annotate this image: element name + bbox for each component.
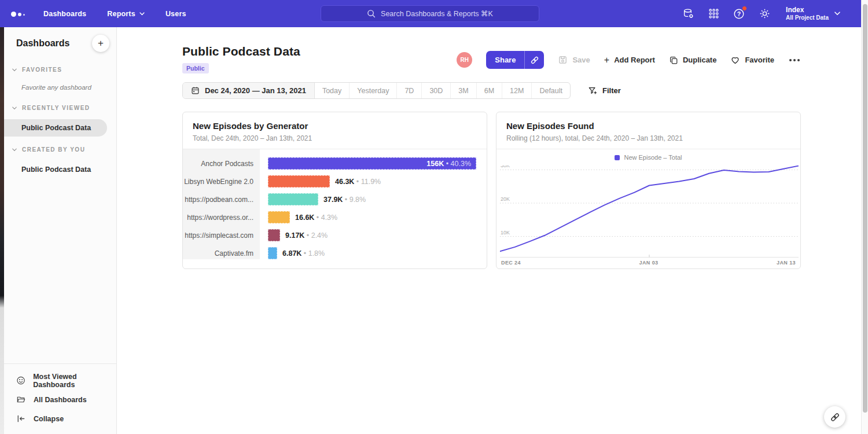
nav-item-reports[interactable]: Reports: [107, 10, 145, 18]
share-button[interactable]: Share: [486, 51, 544, 69]
sidebar-item-public-podcast-data-2[interactable]: Public Podcast Data: [4, 161, 116, 178]
section-recently-viewed[interactable]: RECENTLY VIEWED: [4, 105, 116, 111]
section-favorites[interactable]: FAVORITES: [4, 67, 116, 73]
add-dashboard-button[interactable]: +: [92, 35, 109, 52]
nav-item-label: Users: [165, 10, 186, 18]
card-new-episodes-found: New Episodes Found Rolling (12 hours), t…: [496, 112, 801, 269]
link-icon: [830, 412, 840, 422]
page-title: Public Podcast Data: [182, 45, 300, 58]
card-subtitle: Rolling (12 hours), total, Dec 24th, 202…: [506, 134, 790, 142]
legend-swatch: [615, 155, 620, 160]
line-chart-plot[interactable]: 10K20K30K: [500, 165, 799, 261]
footer-item-label: All Dashboards: [34, 396, 87, 404]
copy-link-button[interactable]: [525, 51, 544, 69]
share-label: Share: [486, 51, 524, 69]
sidebar-title: Dashboards: [16, 38, 69, 49]
y-tick-label: 10K: [501, 230, 510, 236]
chart-legend: New Episode – Total: [496, 154, 800, 161]
bar-category-label: https://wordpress.or...: [183, 214, 260, 222]
background-window-edge: [0, 27, 4, 434]
all-dashboards-button[interactable]: All Dashboards: [4, 390, 116, 409]
footer-item-label: Collapse: [34, 415, 64, 423]
app-logo-icon[interactable]: [11, 11, 25, 17]
range-button-7d[interactable]: 7D: [397, 83, 422, 98]
bar-category-label: https://podbean.com...: [183, 196, 260, 204]
add-report-button[interactable]: + Add Report: [604, 56, 655, 64]
range-button-12m[interactable]: 12M: [502, 83, 532, 98]
help-icon[interactable]: ?: [733, 8, 745, 20]
bar-segment[interactable]: [268, 247, 277, 259]
apps-grid-icon[interactable]: [707, 8, 720, 20]
range-button-3m[interactable]: 3M: [451, 83, 476, 98]
favorite-label: Favorite: [745, 56, 774, 64]
range-button-default[interactable]: Default: [532, 83, 570, 98]
nav-item-users[interactable]: Users: [165, 10, 186, 18]
avatar[interactable]: RH: [457, 52, 472, 68]
link-icon: [530, 56, 539, 65]
save-button[interactable]: Save: [558, 55, 590, 65]
footer-item-label: Most Viewed Dashboards: [33, 373, 116, 389]
x-tick-label: DEC 24: [501, 260, 521, 266]
smiley-icon: [16, 376, 25, 385]
chevron-down-icon: [12, 148, 17, 152]
chevron-down-icon: [834, 12, 840, 16]
bar-value-label: 46.3K • 11.9%: [335, 178, 381, 186]
bar-category-label: Captivate.fm: [183, 249, 260, 258]
plus-icon: +: [98, 38, 104, 49]
search-input[interactable]: Search Dashboards & Reports ⌘K: [321, 5, 539, 22]
save-icon: [558, 55, 568, 65]
section-label: CREATED BY YOU: [22, 146, 85, 153]
sidebar: Dashboards + FAVORITES Favorite any dash…: [4, 27, 117, 434]
project-name: Index: [786, 6, 829, 14]
duplicate-button[interactable]: Duplicate: [669, 56, 717, 65]
bar-row: https://podbean.com...37.9K • 9.8%: [183, 190, 487, 208]
project-switcher[interactable]: Index All Project Data: [786, 6, 840, 21]
y-tick-label: 20K: [501, 196, 510, 202]
nav-item-label: Dashboards: [43, 10, 86, 18]
plus-icon: +: [604, 56, 609, 64]
bar-segment[interactable]: 156K • 40.3%: [268, 157, 476, 170]
duplicate-label: Duplicate: [683, 56, 717, 64]
y-tick-label: 30K: [501, 165, 510, 168]
sidebar-item-label: Public Podcast Data: [21, 165, 91, 174]
legend-label: New Episode – Total: [624, 154, 682, 161]
data-sources-icon[interactable]: [682, 8, 694, 20]
more-options-button[interactable]: [788, 57, 801, 64]
bar-segment[interactable]: [268, 211, 290, 223]
filter-button[interactable]: Filter: [588, 86, 621, 95]
floating-link-button[interactable]: [824, 406, 845, 428]
heart-icon: [730, 56, 740, 65]
bar-segment[interactable]: [268, 229, 280, 241]
chevron-down-icon: [12, 106, 17, 110]
nav-item-label: Reports: [107, 10, 135, 18]
settings-gear-icon[interactable]: [758, 8, 771, 20]
scrollbar-thumb[interactable]: [863, 4, 867, 413]
calendar-icon: [191, 86, 200, 95]
collapse-sidebar-button[interactable]: Collapse: [4, 409, 116, 428]
range-button-today[interactable]: Today: [315, 83, 350, 98]
bar-category-label: Anchor Podcasts: [183, 160, 260, 168]
sidebar-item-public-podcast-data[interactable]: Public Podcast Data: [4, 119, 107, 137]
bar-rows: Anchor Podcasts156K • 40.3%Libsyn WebEng…: [183, 155, 487, 262]
range-button-30d[interactable]: 30D: [422, 83, 451, 98]
main-content: Public Podcast Data Public RH Share Save: [117, 27, 861, 434]
bar-segment[interactable]: [268, 175, 330, 187]
section-created-by-you[interactable]: CREATED BY YOU: [4, 146, 116, 153]
bar-row: https://simplecast.com9.17K • 2.4%: [183, 226, 487, 244]
folder-icon: [16, 395, 26, 404]
sidebar-item-label: Public Podcast Data: [21, 124, 91, 132]
top-nav: Dashboards Reports Users Search Dashboar…: [0, 0, 861, 27]
date-range-button[interactable]: Dec 24, 2020 — Jan 13, 2021: [183, 83, 315, 98]
filter-label: Filter: [602, 86, 621, 95]
bar-value-label: 16.6K • 4.3%: [295, 214, 337, 222]
bar-segment[interactable]: [268, 193, 318, 205]
favorite-button[interactable]: Favorite: [730, 56, 774, 65]
nav-item-dashboards[interactable]: Dashboards: [43, 10, 86, 18]
section-label: FAVORITES: [22, 67, 62, 73]
collapse-icon: [16, 414, 26, 424]
most-viewed-dashboards-button[interactable]: Most Viewed Dashboards: [4, 371, 116, 390]
range-button-yesterday[interactable]: Yesterday: [350, 83, 397, 98]
save-label: Save: [572, 56, 590, 64]
add-report-label: Add Report: [614, 56, 655, 64]
range-button-6m[interactable]: 6M: [477, 83, 502, 98]
